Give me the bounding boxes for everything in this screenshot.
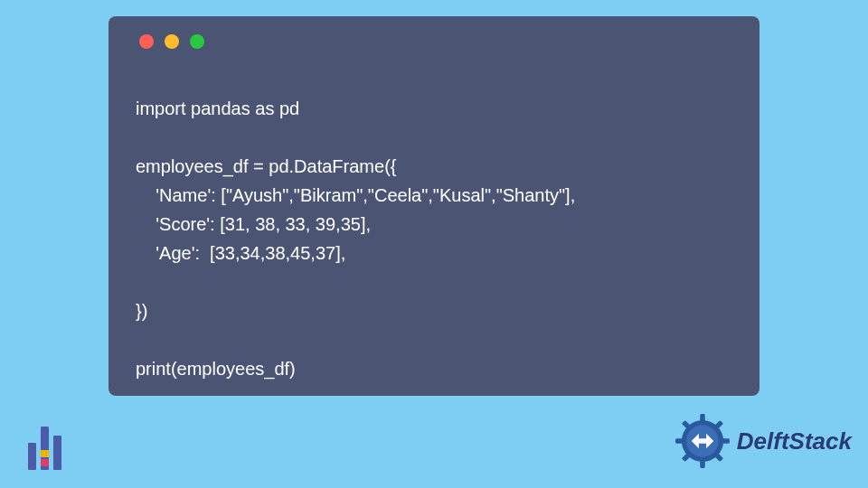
code-line: }) bbox=[136, 301, 147, 321]
logo-bar bbox=[41, 427, 49, 470]
brand-name: DelftStack bbox=[737, 427, 852, 455]
code-block: import pandas as pd employees_df = pd.Da… bbox=[136, 65, 732, 412]
logo-bar bbox=[53, 436, 61, 470]
svg-rect-1 bbox=[700, 414, 704, 423]
minimize-icon bbox=[165, 34, 179, 49]
svg-rect-2 bbox=[700, 459, 704, 468]
code-line: 'Age': [33,34,38,45,37], bbox=[136, 243, 345, 263]
code-line: 'Name': ["Ayush","Bikram","Ceela","Kusal… bbox=[136, 185, 575, 205]
code-line: print(employees_df) bbox=[136, 359, 296, 379]
logo-bar bbox=[28, 443, 36, 470]
brand-logo: DelftStack bbox=[672, 410, 852, 472]
close-icon bbox=[139, 34, 154, 49]
code-window: import pandas as pd employees_df = pd.Da… bbox=[108, 16, 760, 396]
code-line: employees_df = pd.DataFrame({ bbox=[136, 156, 397, 176]
svg-rect-4 bbox=[721, 438, 730, 443]
bars-logo-icon bbox=[18, 418, 71, 470]
window-traffic-lights bbox=[139, 34, 732, 49]
svg-rect-3 bbox=[675, 438, 684, 443]
gear-badge-icon bbox=[672, 410, 733, 472]
code-line: 'Score': [31, 38, 33, 39,35], bbox=[136, 214, 371, 234]
code-line: import pandas as pd bbox=[136, 99, 299, 118]
maximize-icon bbox=[190, 34, 204, 49]
